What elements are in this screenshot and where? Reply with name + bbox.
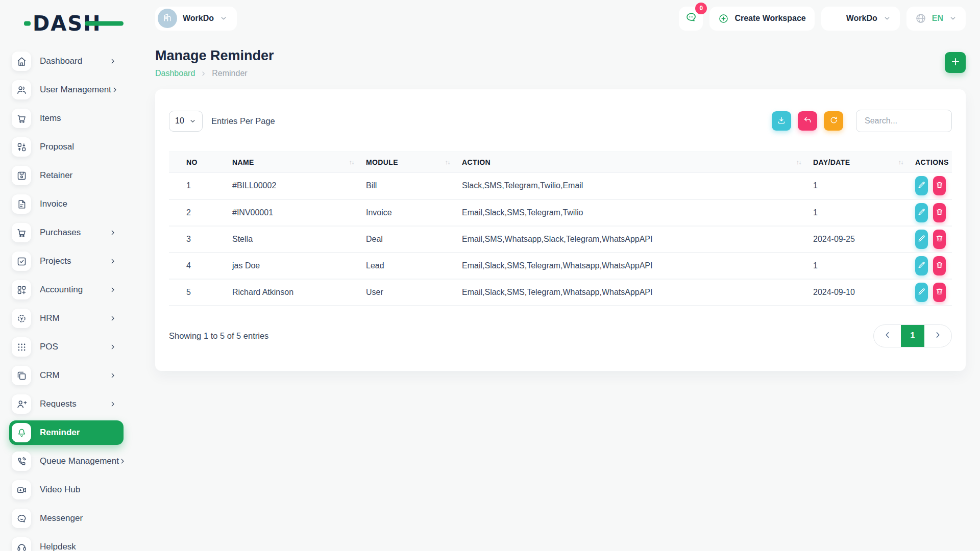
- column-header-name[interactable]: NAME↑↓: [226, 152, 360, 173]
- sidebar-item-queue-management[interactable]: Queue Management: [9, 449, 124, 473]
- chevron-right-icon: [109, 229, 116, 236]
- edit-button[interactable]: [915, 230, 928, 249]
- bell-icon: [12, 423, 31, 442]
- app-logo: DASH: [33, 13, 101, 34]
- chat-icon: [12, 509, 31, 528]
- sort-icon: ↑↓: [349, 159, 354, 166]
- edit-button[interactable]: [915, 283, 928, 302]
- reminder-table: NONAME↑↓MODULE↑↓ACTION↑↓DAY/DATE↑↓ACTION…: [169, 152, 952, 306]
- delete-button[interactable]: [933, 283, 946, 302]
- entries-per-page-label: Entries Per Page: [211, 116, 275, 126]
- sidebar: DASH DashboardUser ManagementItemsPropos…: [0, 0, 132, 551]
- workspace-dropdown[interactable]: WorkDo: [821, 7, 900, 31]
- trash-icon: [935, 261, 944, 271]
- sidebar-item-purchases[interactable]: Purchases: [9, 220, 124, 245]
- pagination-prev-button[interactable]: [874, 325, 901, 347]
- check-square-icon: [12, 252, 31, 271]
- building-icon: [162, 12, 173, 25]
- sidebar-item-dashboard[interactable]: Dashboard: [9, 49, 124, 73]
- chevron-right-icon: [934, 331, 942, 341]
- pencil-icon: [917, 261, 926, 271]
- edit-button[interactable]: [915, 176, 928, 195]
- pencil-icon: [917, 234, 926, 244]
- cell-module: Deal: [360, 226, 456, 253]
- create-workspace-button[interactable]: Create Workspace: [709, 7, 814, 31]
- table-body: 1#BILL00002BillSlack,SMS,Telegram,Twilio…: [169, 173, 952, 306]
- download-icon: [777, 116, 786, 127]
- sidebar-item-crm[interactable]: CRM: [9, 363, 124, 388]
- reset-button[interactable]: [798, 111, 817, 131]
- column-header-module[interactable]: MODULE↑↓: [360, 152, 456, 173]
- column-header-action[interactable]: ACTION↑↓: [456, 152, 807, 173]
- column-header-actions: ACTIONS: [909, 152, 952, 173]
- delete-button[interactable]: [933, 256, 946, 276]
- sidebar-item-accounting[interactable]: Accounting: [9, 278, 124, 302]
- cell-day-date: 2024-09-25: [807, 226, 909, 253]
- chevron-right-icon: [119, 458, 126, 465]
- trash-icon: [935, 287, 944, 297]
- workspace-selector[interactable]: WorkDo: [155, 7, 237, 31]
- pagination-page-1[interactable]: 1: [901, 325, 924, 347]
- cell-name: Richard Atkinson: [226, 279, 360, 306]
- reload-button[interactable]: [824, 111, 843, 131]
- entries-per-page-select[interactable]: 10: [169, 111, 203, 132]
- messages-button[interactable]: 0: [679, 7, 703, 31]
- export-button[interactable]: [772, 111, 791, 131]
- column-header-day-date[interactable]: DAY/DATE↑↓: [807, 152, 909, 173]
- video-icon: [12, 480, 31, 499]
- sidebar-item-invoice[interactable]: Invoice: [9, 192, 124, 216]
- pagination-next-button[interactable]: [924, 325, 951, 347]
- sidebar-item-user-management[interactable]: User Management: [9, 78, 124, 102]
- chevron-right-icon: [109, 343, 116, 350]
- app-root: DASH DashboardUser ManagementItemsPropos…: [0, 0, 980, 551]
- sidebar-nav: DashboardUser ManagementItemsProposalRet…: [9, 49, 132, 551]
- pencil-icon: [917, 208, 926, 218]
- language-label: EN: [932, 14, 943, 23]
- table-row: 4jas DoeLeadEmail,Slack,SMS,Telegram,Wha…: [169, 253, 952, 279]
- users-icon: [12, 80, 31, 99]
- messages-badge: 0: [695, 3, 707, 14]
- page-title: Manage Reminder: [155, 48, 274, 64]
- sidebar-item-requests[interactable]: Requests: [9, 392, 124, 416]
- delete-button[interactable]: [933, 230, 946, 249]
- file-icon: [12, 194, 31, 214]
- sidebar-item-hrm[interactable]: HRM: [9, 306, 124, 331]
- sidebar-item-projects[interactable]: Projects: [9, 249, 124, 273]
- search-input[interactable]: [856, 110, 952, 132]
- breadcrumb-dashboard-link[interactable]: Dashboard: [155, 69, 195, 78]
- chat-bubble-icon: [685, 11, 697, 26]
- chevron-down-icon: [883, 14, 891, 22]
- delete-button[interactable]: [933, 203, 946, 222]
- sidebar-item-items[interactable]: Items: [9, 106, 124, 131]
- sidebar-item-retainer[interactable]: Retainer: [9, 163, 124, 188]
- chevron-right-icon: [109, 58, 116, 65]
- main-area: WorkDo 0 Create Workspace WorkDo: [132, 0, 980, 551]
- cart-icon: [12, 109, 31, 128]
- trash-icon: [935, 181, 944, 191]
- table-header-row: NONAME↑↓MODULE↑↓ACTION↑↓DAY/DATE↑↓ACTION…: [169, 152, 952, 173]
- cell-module: User: [360, 279, 456, 306]
- cell-name: #INV00001: [226, 199, 360, 226]
- entries-summary: Showing 1 to 5 of 5 entries: [169, 331, 268, 341]
- cell-no: 2: [169, 199, 226, 226]
- language-selector[interactable]: EN: [906, 7, 966, 31]
- sidebar-item-messenger[interactable]: Messenger: [9, 506, 124, 531]
- cell-module: Bill: [360, 173, 456, 199]
- cell-name: #BILL00002: [226, 173, 360, 199]
- edit-button[interactable]: [915, 256, 928, 276]
- workspace-name: WorkDo: [183, 14, 214, 23]
- sidebar-item-proposal[interactable]: Proposal: [9, 135, 124, 159]
- delete-button[interactable]: [933, 176, 946, 195]
- pencil-icon: [917, 181, 926, 191]
- sidebar-item-pos[interactable]: POS: [9, 335, 124, 359]
- chevron-right-icon: [109, 400, 116, 408]
- cell-no: 4: [169, 253, 226, 279]
- sidebar-item-reminder[interactable]: Reminder: [9, 420, 124, 445]
- edit-button[interactable]: [915, 203, 928, 222]
- logo-accent-dot: [24, 21, 31, 26]
- workspace-avatar: [158, 9, 177, 28]
- add-reminder-button[interactable]: [945, 52, 966, 73]
- sidebar-item-helpdesk[interactable]: Helpdesk: [9, 535, 124, 551]
- sidebar-item-video-hub[interactable]: Video Hub: [9, 478, 124, 502]
- cell-name: jas Doe: [226, 253, 360, 279]
